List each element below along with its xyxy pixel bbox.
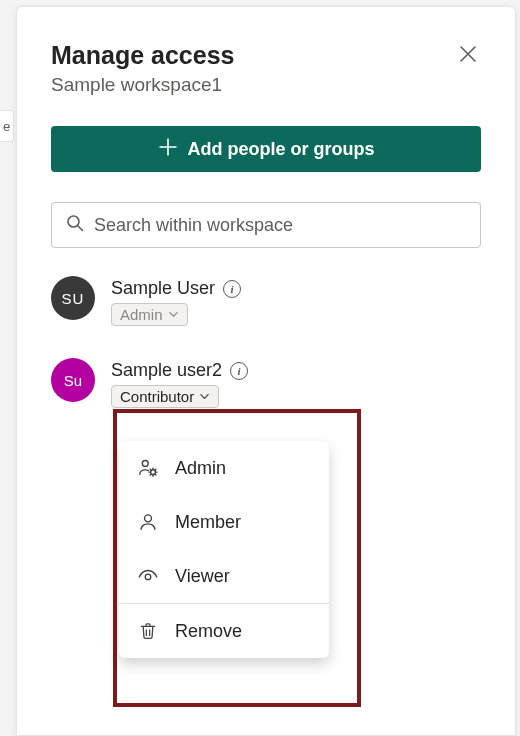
svg-point-0 <box>68 216 79 227</box>
info-icon[interactable]: i <box>223 280 241 298</box>
people-gear-icon <box>137 457 159 479</box>
dropdown-item-viewer[interactable]: Viewer <box>119 549 329 603</box>
search-icon <box>66 214 84 236</box>
plus-icon <box>158 137 178 162</box>
search-input[interactable] <box>94 215 466 236</box>
role-label: Contributor <box>120 388 194 405</box>
dropdown-label: Member <box>175 512 241 533</box>
svg-point-4 <box>145 574 151 580</box>
search-field[interactable] <box>51 202 481 248</box>
role-label: Admin <box>120 306 163 323</box>
avatar: SU <box>51 276 95 320</box>
header-titles: Manage access Sample workspace1 <box>51 41 234 96</box>
user-name: Sample user2 <box>111 360 222 381</box>
svg-point-1 <box>142 460 148 466</box>
trash-icon <box>137 620 159 642</box>
user-name: Sample User <box>111 278 215 299</box>
eye-icon <box>137 565 159 587</box>
user-row: Su Sample user2 i Contributor <box>51 358 481 408</box>
dropdown-label: Remove <box>175 621 242 642</box>
dropdown-item-remove[interactable]: Remove <box>119 604 329 658</box>
dropdown-item-admin[interactable]: Admin <box>119 441 329 495</box>
manage-access-panel: Manage access Sample workspace1 Add peop… <box>16 6 516 736</box>
dropdown-label: Viewer <box>175 566 230 587</box>
panel-header: Manage access Sample workspace1 <box>51 41 481 96</box>
panel-title: Manage access <box>51 41 234 70</box>
dropdown-item-member[interactable]: Member <box>119 495 329 549</box>
svg-point-3 <box>145 515 152 522</box>
close-icon <box>459 45 477 66</box>
user-row: SU Sample User i Admin <box>51 276 481 326</box>
person-icon <box>137 511 159 533</box>
chevron-down-icon <box>168 309 179 320</box>
user-name-row: Sample user2 i <box>111 360 481 381</box>
add-people-button[interactable]: Add people or groups <box>51 126 481 172</box>
role-dropdown: Admin Member Viewer Remove <box>119 441 329 658</box>
peek-char: e <box>3 119 10 134</box>
add-button-label: Add people or groups <box>188 139 375 160</box>
chevron-down-icon <box>199 391 210 402</box>
background-peek: e <box>0 110 14 142</box>
info-icon[interactable]: i <box>230 362 248 380</box>
user-info: Sample User i Admin <box>111 276 481 326</box>
dropdown-label: Admin <box>175 458 226 479</box>
svg-point-2 <box>151 470 156 475</box>
panel-subtitle: Sample workspace1 <box>51 74 234 96</box>
user-info: Sample user2 i Contributor <box>111 358 481 408</box>
role-chip[interactable]: Contributor <box>111 385 219 408</box>
avatar: Su <box>51 358 95 402</box>
role-chip-disabled: Admin <box>111 303 188 326</box>
user-name-row: Sample User i <box>111 278 481 299</box>
close-button[interactable] <box>455 41 481 70</box>
